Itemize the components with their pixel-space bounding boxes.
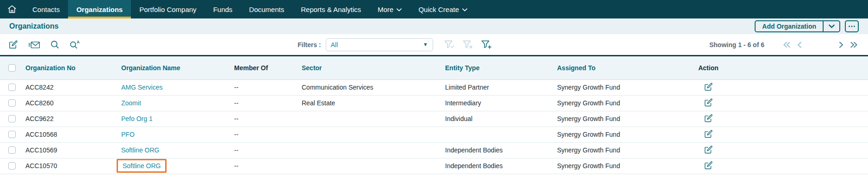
nav-item-more[interactable]: More bbox=[369, 0, 410, 18]
chevron-down-icon bbox=[829, 24, 835, 28]
edit-row-icon[interactable] bbox=[704, 129, 713, 139]
entity-type-cell: Limited Partner bbox=[440, 79, 552, 95]
member-of-cell: -- bbox=[229, 158, 297, 174]
assigned-to-cell: Synergy Growth Fund bbox=[552, 127, 691, 142]
org-name-cell: Softline ORG bbox=[116, 142, 229, 158]
nav-item-quick-create[interactable]: Quick Create bbox=[410, 0, 476, 18]
filters-dropdown-value: All bbox=[331, 41, 338, 49]
row-checkbox[interactable] bbox=[8, 115, 16, 122]
column-header-org-no[interactable]: Organization No bbox=[20, 56, 116, 79]
nav-item-label: Organizations bbox=[76, 6, 123, 13]
nav-item-organizations[interactable]: Organizations bbox=[68, 0, 131, 18]
column-header-assigned-to[interactable]: Assigned To bbox=[552, 56, 691, 79]
next-page-icon[interactable] bbox=[839, 42, 843, 48]
row-filler bbox=[726, 127, 868, 142]
row-checkbox[interactable] bbox=[8, 146, 16, 154]
toolbar-icons: A bbox=[8, 40, 80, 49]
filter-clear-icon bbox=[463, 40, 473, 49]
svg-text:A: A bbox=[77, 40, 80, 44]
entity-type-cell: Independent Bodies bbox=[440, 142, 552, 158]
org-name-cell: Pefo Org 1 bbox=[116, 111, 229, 127]
sector-cell bbox=[297, 127, 440, 142]
edit-row-icon[interactable] bbox=[704, 161, 713, 170]
compose-icon[interactable] bbox=[8, 40, 18, 49]
advanced-search-icon[interactable]: A bbox=[69, 40, 80, 49]
filters-label: Filters : bbox=[298, 41, 321, 49]
sector-cell bbox=[297, 158, 440, 174]
column-header-org-name[interactable]: Organization Name bbox=[116, 56, 229, 79]
chevron-down-icon bbox=[462, 8, 467, 12]
org-name-link[interactable]: Softline ORG bbox=[117, 159, 167, 173]
org-no-cell: ACC8260 bbox=[20, 95, 116, 111]
member-of-cell: -- bbox=[229, 111, 297, 127]
edit-row-icon[interactable] bbox=[704, 82, 713, 91]
member-of-cell: -- bbox=[229, 79, 297, 95]
filters-dropdown[interactable]: All ▼ bbox=[326, 38, 433, 51]
assigned-to-cell: Synergy Growth Fund bbox=[552, 95, 691, 111]
row-checkbox[interactable] bbox=[8, 84, 16, 91]
filter-applied-icon bbox=[444, 40, 455, 49]
org-name-cell: PFO bbox=[116, 127, 229, 142]
nav-item-reports-analytics[interactable]: Reports & Analytics bbox=[292, 0, 369, 18]
search-icon[interactable] bbox=[50, 40, 59, 49]
row-checkbox[interactable] bbox=[8, 99, 16, 107]
member-of-cell: -- bbox=[229, 95, 297, 111]
member-of-cell: -- bbox=[229, 127, 297, 142]
org-name-cell: Softline ORG bbox=[116, 158, 229, 174]
edit-row-icon[interactable] bbox=[704, 114, 713, 123]
row-filler bbox=[726, 158, 868, 174]
dropdown-arrow-icon: ▼ bbox=[423, 42, 428, 47]
sector-cell: Communication Services bbox=[297, 79, 440, 95]
org-name-link[interactable]: Softline ORG bbox=[121, 146, 159, 154]
org-name-link[interactable]: Pefo Org 1 bbox=[121, 115, 153, 122]
org-no-cell: ACC10569 bbox=[20, 142, 116, 158]
add-organization-split-button: Add Organization bbox=[755, 20, 840, 32]
nav-item-label: Documents bbox=[249, 6, 284, 13]
nav-items: Contacts Organizations Portfolio Company… bbox=[24, 0, 476, 18]
nav-item-portfolio-company[interactable]: Portfolio Company bbox=[131, 0, 205, 18]
entity-type-cell bbox=[440, 127, 552, 142]
nav-item-documents[interactable]: Documents bbox=[241, 0, 292, 18]
org-name-link[interactable]: AMG Services bbox=[121, 84, 162, 91]
nav-item-funds[interactable]: Funds bbox=[205, 0, 241, 18]
edit-row-icon[interactable] bbox=[704, 145, 713, 154]
member-of-cell: -- bbox=[229, 142, 297, 158]
org-name-cell: AMG Services bbox=[116, 79, 229, 95]
first-page-icon[interactable] bbox=[783, 42, 791, 48]
row-filler bbox=[726, 142, 868, 158]
sector-cell bbox=[297, 111, 440, 127]
filter-add-icon[interactable] bbox=[481, 40, 492, 49]
org-name-link[interactable]: Zoomit bbox=[121, 99, 141, 107]
email-icon[interactable] bbox=[28, 41, 40, 49]
table-row: ACC10568 PFO -- Synergy Growth Fund bbox=[0, 127, 868, 142]
home-icon bbox=[7, 4, 17, 14]
chevron-down-icon bbox=[397, 8, 402, 12]
row-checkbox[interactable] bbox=[8, 131, 16, 138]
home-button[interactable] bbox=[0, 0, 24, 18]
row-filler bbox=[726, 79, 868, 95]
org-no-cell: ACC8242 bbox=[20, 79, 116, 95]
column-header-entity-type[interactable]: Entity Type bbox=[440, 56, 552, 79]
table-body: ACC8242 AMG Services -- Communication Se… bbox=[0, 79, 868, 174]
org-name-link[interactable]: PFO bbox=[121, 131, 135, 138]
header-filler bbox=[726, 56, 868, 79]
organizations-table: Organization NoOrganization NameMember O… bbox=[0, 56, 868, 174]
table-row: ACC9622 Pefo Org 1 -- Individual Synergy… bbox=[0, 111, 868, 127]
sector-cell: Real Estate bbox=[297, 95, 440, 111]
column-header-member-of[interactable]: Member Of bbox=[229, 56, 297, 79]
nav-item-contacts[interactable]: Contacts bbox=[24, 0, 68, 18]
edit-row-icon[interactable] bbox=[704, 98, 713, 107]
prev-page-icon[interactable] bbox=[797, 42, 802, 48]
last-page-icon[interactable] bbox=[850, 42, 858, 48]
assigned-to-cell: Synergy Growth Fund bbox=[552, 142, 691, 158]
column-header-sector[interactable]: Sector bbox=[297, 56, 440, 79]
add-organization-button[interactable]: Add Organization bbox=[756, 21, 823, 31]
select-all-checkbox[interactable] bbox=[8, 64, 16, 72]
org-name-cell: Zoomit bbox=[116, 95, 229, 111]
sector-cell bbox=[297, 142, 440, 158]
more-actions-button[interactable] bbox=[845, 20, 859, 32]
row-checkbox[interactable] bbox=[8, 162, 16, 170]
table-row: ACC8260 Zoomit -- Real Estate Intermedia… bbox=[0, 95, 868, 111]
table-header: Organization NoOrganization NameMember O… bbox=[0, 56, 868, 79]
add-organization-dropdown-button[interactable] bbox=[823, 21, 839, 31]
